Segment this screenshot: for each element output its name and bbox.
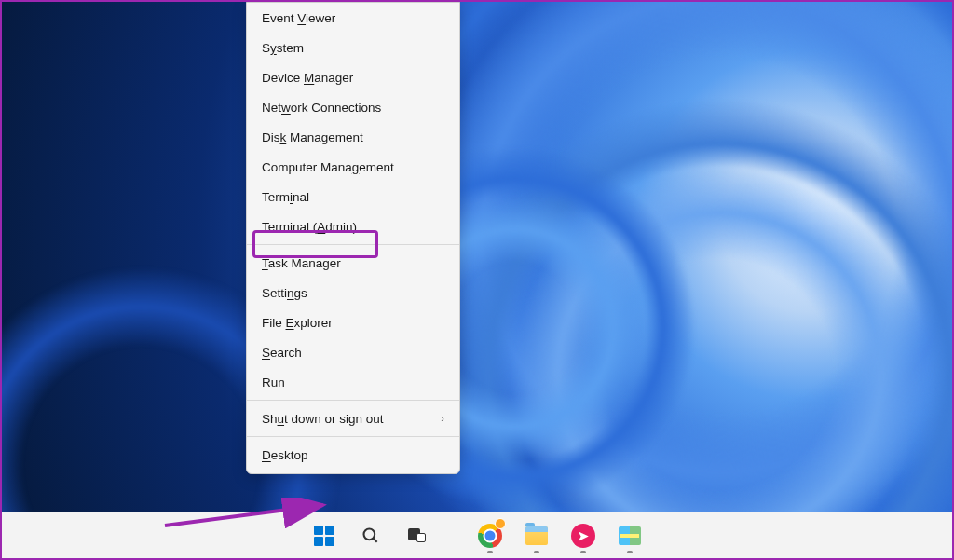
winx-power-user-menu: Event Viewer System Device Manager Netwo…: [246, 2, 460, 474]
start-button[interactable]: [305, 516, 344, 555]
menu-divider: [247, 436, 459, 437]
menu-item-network-connections[interactable]: Network Connections: [247, 92, 459, 122]
desktop-wallpaper: [2, 2, 952, 558]
chevron-right-icon: ›: [441, 413, 444, 424]
app-icon: ➤: [571, 524, 595, 548]
menu-item-task-manager[interactable]: Task Manager: [247, 248, 459, 278]
menu-item-desktop[interactable]: Desktop: [247, 440, 459, 470]
menu-item-settings[interactable]: Settings: [247, 278, 459, 307]
menu-item-search[interactable]: Search: [247, 337, 459, 367]
taskbar-app-control-panel[interactable]: [610, 516, 649, 555]
menu-item-run[interactable]: Run: [247, 367, 459, 397]
task-view-icon: [408, 528, 427, 543]
svg-line-1: [374, 538, 377, 541]
menu-item-terminal[interactable]: Terminal: [247, 182, 459, 212]
search-icon: [361, 526, 380, 545]
menu-divider: [247, 244, 459, 245]
menu-item-system[interactable]: System: [247, 33, 459, 62]
menu-divider: [247, 400, 459, 401]
search-button[interactable]: [351, 516, 390, 555]
notification-badge-icon: [495, 518, 506, 529]
menu-item-disk-management[interactable]: Disk Management: [247, 122, 459, 152]
task-view-button[interactable]: [398, 516, 437, 555]
taskbar-app-chrome[interactable]: [470, 516, 510, 555]
taskbar-app-pink[interactable]: ➤: [564, 516, 603, 555]
svg-point-0: [364, 528, 375, 540]
windows-logo-icon: [314, 526, 334, 546]
taskbar: ➤: [2, 512, 952, 558]
taskbar-app-file-explorer[interactable]: [517, 516, 556, 555]
menu-item-device-manager[interactable]: Device Manager: [247, 62, 459, 92]
folder-icon: [525, 526, 548, 545]
menu-item-file-explorer[interactable]: File Explorer: [247, 307, 459, 337]
menu-item-terminal-admin[interactable]: Terminal (Admin): [247, 212, 459, 241]
menu-item-computer-management[interactable]: Computer Management: [247, 152, 459, 182]
menu-item-shutdown-signout[interactable]: Shut down or sign out ›: [247, 403, 459, 433]
control-panel-icon: [619, 526, 641, 545]
menu-item-event-viewer[interactable]: Event Viewer: [247, 3, 459, 33]
